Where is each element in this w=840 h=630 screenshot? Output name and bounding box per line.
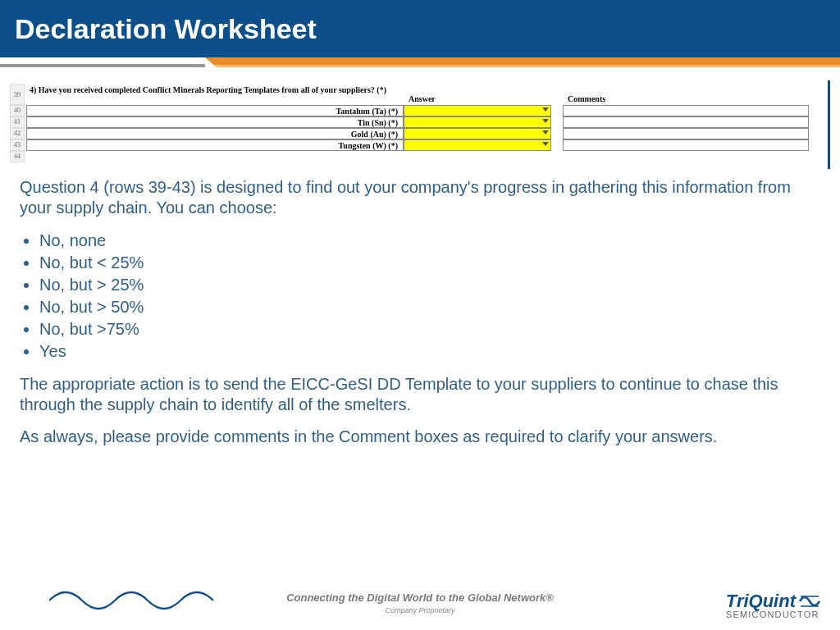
answer-dropdown[interactable] bbox=[404, 128, 551, 139]
comment-input[interactable] bbox=[563, 105, 809, 116]
choice-item: No, but >75% bbox=[39, 318, 820, 340]
metal-label: Tin (Sn) (*) bbox=[26, 116, 404, 128]
row-number: 43 bbox=[10, 139, 25, 151]
choice-item: No, but > 25% bbox=[39, 274, 820, 296]
action-text: The appropriate action is to send the EI… bbox=[20, 374, 820, 415]
choice-item: No, but < 25% bbox=[39, 252, 820, 274]
row-number: 41 bbox=[10, 116, 25, 128]
logo-subtext: SEMICONDUCTOR bbox=[726, 610, 820, 619]
footer-proprietary: Company Proprietary bbox=[0, 606, 840, 614]
choice-list: No, none No, but < 25% No, but > 25% No,… bbox=[20, 230, 820, 363]
slide-header: Declaration Worksheet bbox=[0, 0, 840, 57]
answer-dropdown[interactable] bbox=[404, 105, 551, 116]
intro-text: Question 4 (rows 39-43) is designed to f… bbox=[20, 177, 820, 218]
row-number: 44 bbox=[10, 151, 25, 162]
answer-dropdown[interactable] bbox=[404, 116, 551, 128]
row-number: 42 bbox=[10, 128, 25, 139]
comment-input[interactable] bbox=[563, 128, 809, 139]
metal-label: Gold (Au) (*) bbox=[26, 128, 404, 139]
comments-header: Comments bbox=[563, 93, 823, 105]
page-title: Declaration Worksheet bbox=[15, 13, 317, 45]
footer-tagline: Connecting the Digital World to the Glob… bbox=[286, 591, 554, 604]
comment-input[interactable] bbox=[563, 116, 809, 128]
answer-header: Answer bbox=[404, 93, 551, 105]
slide-footer: Connecting the Digital World to the Glob… bbox=[0, 570, 840, 628]
company-logo: TriQuint SEMICONDUCTOR bbox=[726, 592, 820, 619]
choice-item: No, but > 50% bbox=[39, 296, 820, 318]
row-number: 40 bbox=[10, 105, 25, 116]
choice-item: No, none bbox=[39, 230, 820, 252]
metal-label: Tungsten (W) (*) bbox=[26, 139, 404, 151]
answer-dropdown[interactable] bbox=[404, 139, 551, 151]
spreadsheet-excerpt: 39 4) Have you received completed Confli… bbox=[10, 80, 830, 169]
logo-text: TriQuint bbox=[726, 592, 796, 610]
comments-note: As always, please provide comments in th… bbox=[20, 427, 820, 447]
explainer-body: Question 4 (rows 39-43) is designed to f… bbox=[0, 169, 840, 447]
logo-mark-icon bbox=[799, 593, 820, 609]
comment-input[interactable] bbox=[563, 139, 809, 151]
header-ribbon bbox=[0, 57, 840, 72]
choice-item: Yes bbox=[39, 340, 820, 363]
question-text: 4) Have you received completed Conflict … bbox=[26, 84, 404, 105]
row-number: 39 bbox=[10, 84, 25, 105]
metal-label: Tantalum (Ta) (*) bbox=[26, 105, 404, 116]
